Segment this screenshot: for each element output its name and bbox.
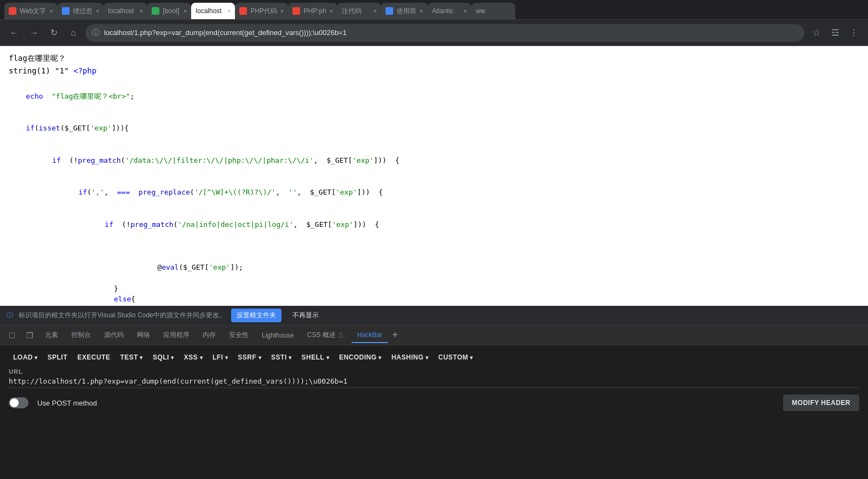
tab-security[interactable]: 安全性 [223, 328, 254, 343]
back-button[interactable]: ← [7, 25, 22, 41]
tab-console[interactable]: 控制台 [66, 328, 96, 343]
tab-memory[interactable]: 内存 [197, 328, 221, 343]
tab-annotation[interactable]: 注代码 × [337, 3, 381, 19]
set-root-folder-button[interactable]: 设置根文件夹 [231, 309, 281, 322]
hackbar-toolbar: LOAD SPLIT EXECUTE TEST SQLI XSS LFI SSR… [9, 351, 859, 364]
tab-hackbar[interactable]: HackBar [352, 328, 388, 343]
browser-chrome: ← → ↻ ⌂ ⓘ localhost/1.php?exp=var_dump(e… [0, 20, 868, 46]
string-type: string(1) "1" [9, 66, 73, 75]
tab-lighthouse[interactable]: Lighthouse [256, 328, 300, 343]
tab-label-8: 注代码 [342, 7, 361, 16]
browser-actions: ☆ ☲ ⋮ [809, 25, 861, 41]
tab-close-6[interactable]: × [280, 8, 284, 14]
code-line-else1: else{ [114, 294, 859, 305]
extensions-button[interactable]: ☲ [827, 25, 843, 41]
tab-close-5[interactable]: × [227, 8, 231, 14]
post-method-toggle[interactable] [9, 397, 28, 408]
shell-button[interactable]: SHELL [297, 351, 334, 364]
devtools-pointer-icon[interactable]: ❐ [22, 328, 37, 343]
page-title-line: flag在哪里呢？ [9, 53, 859, 64]
load-button[interactable]: LOAD [9, 351, 42, 364]
code-line-close1: } [114, 283, 859, 294]
execute-button[interactable]: EXECUTE [73, 351, 114, 364]
tab-close-3[interactable]: × [140, 8, 143, 14]
menu-button[interactable]: ⋮ [846, 25, 861, 41]
tab-favicon-1 [9, 7, 16, 15]
tab-elements[interactable]: 元素 [39, 328, 64, 343]
test-button[interactable]: TEST [116, 351, 147, 364]
code-line-if3: if(',', === preg_replace('/[^\W]+\((?R)?… [61, 176, 859, 209]
tab-ww[interactable]: ww [472, 3, 515, 19]
dont-show-button[interactable]: 不再显示 [287, 309, 324, 322]
tab-bypass[interactable]: 绕过忽 × [58, 3, 104, 19]
star-button[interactable]: ☆ [809, 25, 824, 41]
code-line-if2: if (!preg_match('/data:\/\/|filter:\/\/|… [35, 144, 859, 176]
tab-boot[interactable]: [boot] × [147, 3, 191, 19]
tab-bar: Web文字 × 绕过忽 × localhost × [boot] × local… [0, 0, 868, 20]
custom-button[interactable]: CUSTOM [434, 351, 478, 364]
code-line-if4: if (!preg_match('/na|info|dec|oct|pi|log… [88, 208, 859, 241]
tab-label-4: [boot] [163, 7, 179, 15]
tab-label-3: localhost [108, 7, 134, 15]
tab-php1[interactable]: PHP代码 × [235, 3, 288, 19]
toggle-knob [10, 398, 19, 407]
split-button[interactable]: SPLIT [43, 351, 72, 364]
page-content: flag在哪里呢？ string(1) "1" <?php echo "flag… [0, 46, 868, 306]
tab-localhost1[interactable]: localhost × [104, 3, 147, 19]
forward-button[interactable]: → [26, 25, 42, 41]
notification-text: 标识项目的根文件夹以打开Visual Studio Code中的源文件并同步更改… [19, 311, 226, 320]
tab-favicon-2 [62, 7, 70, 15]
tab-web[interactable]: Web文字 × [4, 3, 58, 19]
tab-close-4[interactable]: × [183, 8, 187, 14]
refresh-button[interactable]: ↻ [46, 25, 61, 41]
tab-favicon-4 [152, 7, 159, 15]
lfi-button[interactable]: LFI [208, 351, 232, 364]
sqli-button[interactable]: SQLI [148, 351, 179, 364]
tab-close-1[interactable]: × [49, 8, 53, 14]
tab-css[interactable]: CSS 概述 △ [302, 328, 349, 343]
php-open-tag: <?php [73, 66, 96, 75]
tab-php2[interactable]: PHP:ph × [288, 3, 337, 19]
code-line-if1: if(isset($_GET['exp'])){ [9, 112, 859, 145]
code-line-blank [9, 241, 859, 252]
tab-favicon-6 [239, 7, 247, 15]
hackbar-content: LOAD SPLIT EXECUTE TEST SQLI XSS LFI SSR… [0, 345, 868, 479]
modify-header-button[interactable]: MODIFY HEADER [783, 395, 859, 411]
tab-label-1: Web文字 [20, 7, 46, 16]
xss-button[interactable]: XSS [180, 351, 207, 364]
hackbar-url-section: URL http://localhost/1.php?exp=var_dump(… [9, 368, 859, 388]
address-bar[interactable]: ⓘ localhost/1.php?exp=var_dump(end(curre… [85, 24, 804, 42]
code-line-eval: @eval($_GET['exp']); [140, 251, 859, 283]
url-value[interactable]: http://localhost/1.php?exp=var_dump(end(… [9, 377, 859, 388]
tab-atlantic[interactable]: Atlantic × [428, 3, 472, 19]
devtools-notification-bar: ⓘ 标识项目的根文件夹以打开Visual Studio Code中的源文件并同步… [0, 306, 868, 326]
ssti-button[interactable]: SSTI [267, 351, 296, 364]
notification-info-icon: ⓘ [7, 311, 13, 320]
tab-label-5: localhost [196, 7, 221, 15]
tab-close-2[interactable]: × [96, 8, 99, 14]
tab-label-6: PHP代码 [250, 7, 277, 16]
tab-close-8[interactable]: × [373, 8, 377, 14]
security-info-icon: ⓘ [92, 28, 100, 38]
code-line-echo: echo "flag在哪里呢？<br>"; [9, 80, 859, 112]
add-tab-button[interactable]: + [392, 329, 398, 341]
hashing-button[interactable]: HASHING [387, 351, 433, 364]
home-button[interactable]: ⌂ [66, 25, 81, 41]
ssrf-button[interactable]: SSRF [233, 351, 266, 364]
tab-application[interactable]: 应用程序 [158, 328, 195, 343]
tab-network[interactable]: 网络 [131, 328, 156, 343]
tab-localhost2[interactable]: localhost × [191, 3, 235, 19]
tab-label-2: 绕过忽 [73, 7, 93, 16]
tab-use[interactable]: 使用简 × [381, 3, 427, 19]
tab-sources[interactable]: 源代码 [99, 328, 129, 343]
devtools-inspect-icon[interactable]: □ [4, 328, 20, 343]
page-string-line: string(1) "1" <?php [9, 65, 859, 77]
tab-close-9[interactable]: × [419, 8, 423, 14]
tab-label-7: PHP:ph [303, 7, 326, 15]
tab-favicon-7 [292, 7, 300, 15]
tab-label-9: 使用简 [396, 7, 416, 16]
tab-close-7[interactable]: × [330, 8, 333, 14]
encoding-button[interactable]: ENCODING [335, 351, 386, 364]
devtools-panel: □ ❐ 元素 控制台 源代码 网络 应用程序 内存 安全性 Lighthouse… [0, 326, 868, 479]
tab-close-10[interactable]: × [463, 8, 467, 14]
